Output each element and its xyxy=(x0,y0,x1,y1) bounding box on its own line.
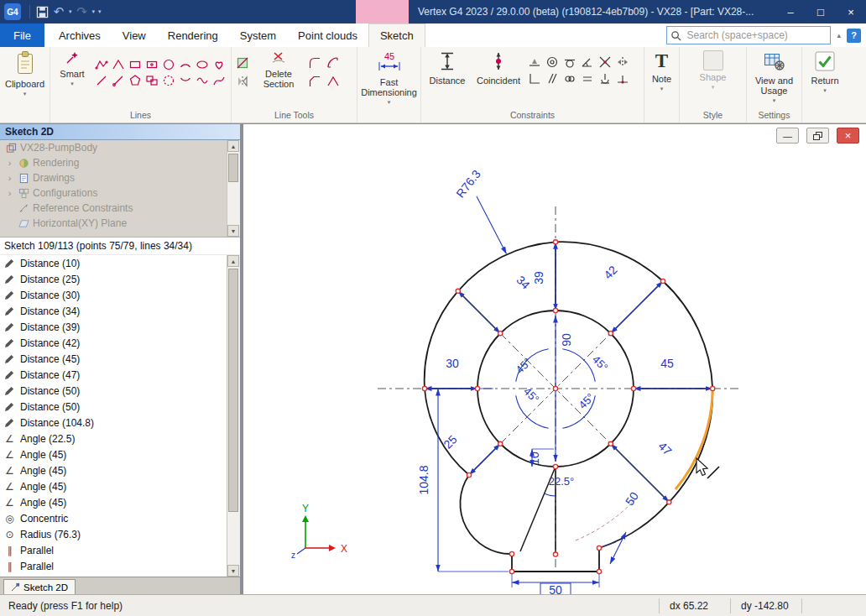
constraint-row[interactable]: ◎Concentric xyxy=(0,510,229,526)
chamfer-icon[interactable] xyxy=(306,73,323,89)
polygon-icon[interactable] xyxy=(127,72,143,88)
constraint-row[interactable]: Distance (47) xyxy=(0,367,229,383)
tab-point-clouds[interactable]: Point clouds xyxy=(287,23,368,47)
tree-item-horizontal-plane[interactable]: Horizontal(XY) Plane xyxy=(0,216,240,231)
sketch-canvas[interactable]: R76.3 39 90 34 42 30 45 25 47 10 104.8 5… xyxy=(243,124,866,594)
help-icon[interactable]: ? xyxy=(847,29,861,43)
close-button[interactable]: × xyxy=(836,0,866,23)
return-button[interactable]: Return ▾ xyxy=(809,50,840,97)
tree-item-reference-constraints[interactable]: Reference Constraints xyxy=(0,201,240,216)
constraint-row[interactable]: ∠Angle (22.5) xyxy=(0,431,229,446)
trim-icon[interactable] xyxy=(234,55,251,70)
constraint-row[interactable]: ∠Angle (45) xyxy=(0,478,229,494)
constraint-row[interactable]: Distance (30) xyxy=(0,287,229,303)
constraint-row[interactable]: Distance (39) xyxy=(0,319,229,335)
tab-system[interactable]: System xyxy=(229,23,287,47)
coincident-point-constraint-icon[interactable] xyxy=(561,70,578,86)
constraint-row[interactable]: Distance (34) xyxy=(0,303,229,319)
tree-item-configurations[interactable]: › Configurations xyxy=(0,185,240,201)
quick-access-more-icon[interactable]: ▾ xyxy=(98,8,102,15)
chevron-right-icon[interactable]: › xyxy=(5,188,14,198)
undo-icon[interactable]: ↶ xyxy=(50,3,67,21)
child-close-button[interactable]: × xyxy=(837,128,859,144)
save-icon[interactable] xyxy=(34,3,50,21)
delete-section-button[interactable]: Delete Section xyxy=(253,50,305,90)
polyline-icon[interactable] xyxy=(93,56,110,72)
tree-item-pumpbody[interactable]: VX28-PumpBody xyxy=(0,140,240,155)
redo-dropdown-icon[interactable]: ▾ xyxy=(92,8,96,15)
child-minimize-button[interactable]: — xyxy=(776,128,799,144)
coincident-constraint-button[interactable]: Coincident xyxy=(472,50,524,86)
smart-button[interactable]: Smart ▾ xyxy=(53,50,91,90)
horizontal-constraint-icon[interactable] xyxy=(526,54,543,70)
clipboard-button[interactable]: Clipboard ▾ xyxy=(3,50,46,100)
rectangle-point-icon[interactable] xyxy=(143,56,160,72)
search-input[interactable] xyxy=(685,29,827,42)
scroll-up-icon[interactable]: ▲ xyxy=(227,255,239,267)
constraint-row[interactable]: Distance (25) xyxy=(0,271,229,287)
constraint-row[interactable]: ∥Parallel xyxy=(0,558,229,574)
chevron-right-icon[interactable]: › xyxy=(5,158,14,168)
highlighted-arc[interactable] xyxy=(676,389,712,489)
tree-item-rendering[interactable]: › Rendering xyxy=(0,155,240,170)
mirror-icon[interactable] xyxy=(234,73,251,89)
construction-circle-icon[interactable] xyxy=(160,72,177,88)
wave-icon[interactable] xyxy=(194,72,211,88)
constraint-row[interactable]: Distance (10) xyxy=(0,255,229,271)
corner-arc-icon[interactable] xyxy=(325,55,342,70)
constraint-row[interactable]: ⊙Radius (76.3) xyxy=(0,526,229,542)
view-and-usage-button[interactable]: View and Usage ▾ xyxy=(749,50,799,107)
constraint-row[interactable]: Distance (50) xyxy=(0,383,229,399)
app-logo[interactable]: G4 xyxy=(4,3,21,20)
intersection-constraint-icon[interactable] xyxy=(597,54,613,70)
maximize-button[interactable]: □ xyxy=(806,0,836,23)
constraint-row[interactable]: ∠Angle (45) xyxy=(0,446,229,462)
angle-constraint-icon[interactable] xyxy=(579,54,596,70)
undo-dropdown-icon[interactable]: ▾ xyxy=(69,8,72,15)
symmetry-constraint-icon[interactable] xyxy=(614,54,631,70)
scroll-down-icon[interactable]: ▼ xyxy=(227,225,239,237)
spline-icon[interactable] xyxy=(211,72,227,88)
chevron-right-icon[interactable]: › xyxy=(5,173,14,183)
tab-file[interactable]: File xyxy=(0,23,44,47)
peak-icon[interactable] xyxy=(325,73,342,89)
equal-constraint-icon[interactable] xyxy=(579,70,596,86)
rectangle-icon[interactable] xyxy=(127,56,143,72)
scroll-down-icon[interactable]: ▼ xyxy=(227,565,239,577)
note-button[interactable]: T Note ▾ xyxy=(650,50,673,95)
ellipse-icon[interactable] xyxy=(194,56,211,72)
closed-curve-icon[interactable] xyxy=(211,56,227,72)
rectangles-icon[interactable] xyxy=(143,72,160,88)
concentric-constraint-icon[interactable] xyxy=(544,54,561,70)
tab-sketch[interactable]: Sketch xyxy=(368,23,425,47)
arc-bottom-icon[interactable] xyxy=(177,72,194,88)
collapse-ribbon-icon[interactable]: ▴ xyxy=(837,31,841,39)
perpendicular-constraint-icon[interactable] xyxy=(526,70,543,86)
panel-header[interactable]: Sketch 2D xyxy=(0,124,240,140)
redo-icon[interactable]: ↷ xyxy=(74,3,91,21)
constraint-row[interactable]: Distance (42) xyxy=(0,335,229,351)
distance-constraint-button[interactable]: Distance xyxy=(424,50,471,86)
scroll-up-icon[interactable]: ▲ xyxy=(227,140,239,152)
tab-rendering[interactable]: Rendering xyxy=(157,23,229,47)
tab-view[interactable]: View xyxy=(112,23,157,47)
search-box[interactable] xyxy=(666,26,831,44)
drawing-canvas[interactable]: R76.3 39 90 34 42 30 45 25 47 10 104.8 5… xyxy=(243,124,866,594)
scrollbar-thumb[interactable] xyxy=(228,269,238,512)
tree-scrollbar[interactable]: ▲ ▼ xyxy=(227,140,240,237)
fast-dimensioning-button[interactable]: 45 Fast Dimensioning ▾ xyxy=(359,50,419,108)
arc-icon[interactable] xyxy=(177,56,194,72)
constraint-row[interactable]: ∥Parallel xyxy=(0,542,229,558)
line-point-icon[interactable] xyxy=(110,72,127,88)
constraint-row[interactable]: ∠Angle (45) xyxy=(0,494,229,510)
shape-button[interactable]: Shape ▾ xyxy=(698,50,728,93)
line-icon[interactable] xyxy=(93,72,110,88)
tangent-constraint-icon[interactable] xyxy=(561,54,578,70)
list-scrollbar[interactable]: ▲ ▼ xyxy=(227,255,240,577)
midpoint-constraint-icon[interactable] xyxy=(614,70,631,86)
fillet-icon[interactable] xyxy=(306,55,323,70)
fix-constraint-icon[interactable] xyxy=(597,70,613,86)
tree-item-drawings[interactable]: › Drawings xyxy=(0,170,240,185)
angle-line-icon[interactable] xyxy=(110,56,127,72)
scrollbar-thumb[interactable] xyxy=(228,154,238,182)
